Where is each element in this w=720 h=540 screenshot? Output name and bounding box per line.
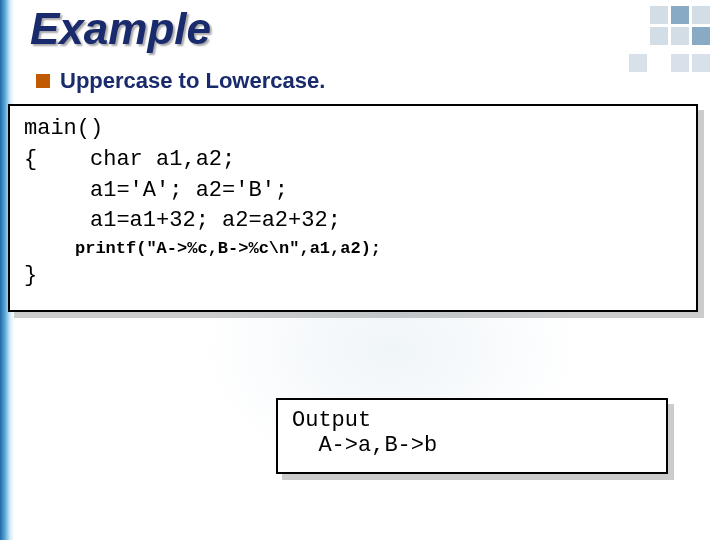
code-line: a1=a1+32; a2=a2+32; <box>24 206 682 237</box>
slide-root: Example Uppercase to Lowercase. main() {… <box>0 0 720 540</box>
deco-square <box>650 27 668 45</box>
output-line: A->a,B->b <box>292 433 652 458</box>
slide-subtitle: Uppercase to Lowercase. <box>60 68 325 94</box>
code-line: } <box>24 261 682 292</box>
deco-square <box>692 27 710 45</box>
code-line-printf: printf("A->%c,B->%c\n",a1,a2); <box>24 237 682 261</box>
bullet-icon <box>36 74 50 88</box>
deco-square <box>671 6 689 24</box>
deco-square <box>671 27 689 45</box>
code-line: a1='A'; a2='B'; <box>24 176 682 207</box>
deco-square <box>671 54 689 72</box>
slide-title: Example <box>30 4 211 54</box>
deco-square <box>692 54 710 72</box>
code-line: main() <box>24 114 682 145</box>
code-box: main() { char a1,a2; a1='A'; a2='B'; a1=… <box>8 104 698 312</box>
deco-square <box>692 6 710 24</box>
code-line: { char a1,a2; <box>24 145 682 176</box>
deco-square <box>650 6 668 24</box>
bullet-row: Uppercase to Lowercase. <box>36 68 325 94</box>
deco-square <box>629 54 647 72</box>
corner-squares-top <box>629 6 710 45</box>
output-label: Output <box>292 408 652 433</box>
corner-squares-bottom <box>629 54 710 72</box>
output-box: Output A->a,B->b <box>276 398 668 474</box>
